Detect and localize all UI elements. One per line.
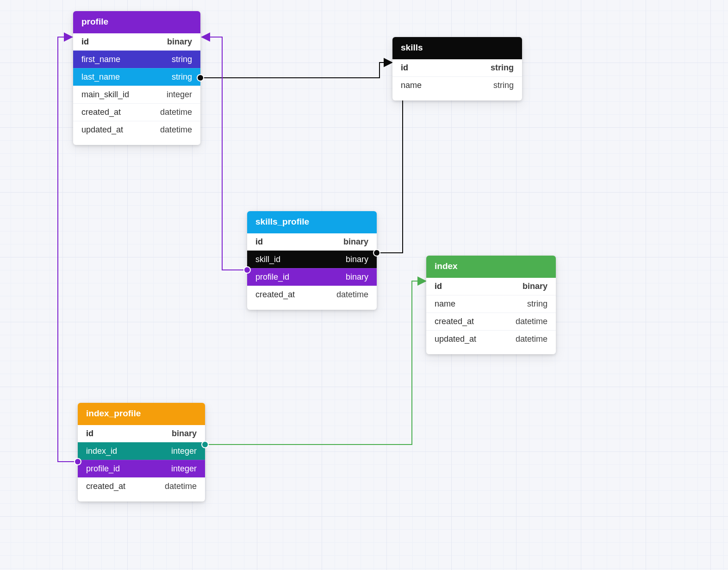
port-profile-main-skill-id[interactable]: [198, 75, 203, 81]
col-skills-profile-profile-id[interactable]: profile_idbinary: [247, 268, 377, 286]
diagram-canvas[interactable]: profile idbinary first_namestring last_n…: [0, 0, 728, 570]
table-header-skills[interactable]: skills: [392, 37, 522, 59]
col-profile-first-name[interactable]: first_namestring: [73, 50, 200, 68]
col-profile-updated-at[interactable]: updated_atdatetime: [73, 121, 200, 138]
col-skills-profile-id[interactable]: idbinary: [247, 233, 377, 251]
table-title: profile: [81, 17, 108, 26]
table-index[interactable]: index idbinary namestring created_atdate…: [426, 256, 556, 354]
table-profile[interactable]: profile idbinary first_namestring last_n…: [73, 11, 200, 145]
table-title: index: [435, 261, 458, 271]
table-title: index_profile: [86, 408, 141, 418]
col-index-name[interactable]: namestring: [426, 295, 556, 313]
col-profile-main-skill-id[interactable]: main_skill_idinteger: [73, 86, 200, 103]
table-skills[interactable]: skills idstring namestring: [392, 37, 522, 100]
table-header-profile[interactable]: profile: [73, 11, 200, 33]
port-skills-profile-skill-id[interactable]: [374, 250, 380, 256]
col-index-profile-index-id[interactable]: index_idinteger: [78, 442, 205, 460]
edge-skills-profile-profile-to-profile: [202, 37, 246, 270]
col-skills-profile-created-at[interactable]: created_atdatetime: [247, 286, 377, 303]
edge-skills-profile-skill-to-skills: [377, 86, 403, 253]
table-title: skills_profile: [255, 217, 309, 226]
table-header-index-profile[interactable]: index_profile: [78, 403, 205, 425]
col-profile-created-at[interactable]: created_atdatetime: [73, 103, 200, 121]
col-profile-id[interactable]: idbinary: [73, 33, 200, 50]
col-index-profile-created-at[interactable]: created_atdatetime: [78, 477, 205, 495]
table-index-profile[interactable]: index_profile idbinary index_idinteger p…: [78, 403, 205, 501]
col-index-updated-at[interactable]: updated_atdatetime: [426, 330, 556, 348]
col-index-created-at[interactable]: created_atdatetime: [426, 313, 556, 330]
col-index-profile-id[interactable]: idbinary: [78, 425, 205, 442]
port-skills-profile-profile-id[interactable]: [244, 267, 250, 273]
col-index-id[interactable]: idbinary: [426, 278, 556, 295]
table-skills-profile[interactable]: skills_profile idbinary skill_idbinary p…: [247, 211, 377, 310]
col-skills-profile-skill-id[interactable]: skill_idbinary: [247, 251, 377, 268]
table-header-skills-profile[interactable]: skills_profile: [247, 211, 377, 233]
table-title: skills: [401, 43, 423, 52]
col-skills-id[interactable]: idstring: [392, 59, 522, 76]
port-index-profile-index-id[interactable]: [202, 442, 208, 447]
col-profile-last-name[interactable]: last_namestring: [73, 68, 200, 86]
table-header-index[interactable]: index: [426, 256, 556, 278]
col-skills-name[interactable]: namestring: [392, 76, 522, 94]
port-index-profile-profile-id[interactable]: [75, 459, 81, 464]
edge-profile-main-skill-to-skills: [200, 63, 392, 78]
col-index-profile-profile-id[interactable]: profile_idinteger: [78, 460, 205, 477]
